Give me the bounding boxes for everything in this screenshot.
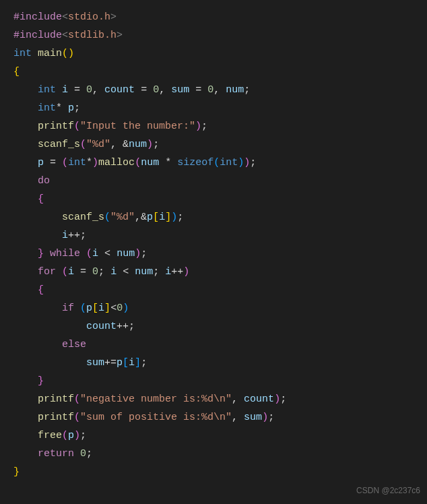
identifier: p — [38, 157, 44, 168]
header-name: stdio.h — [68, 11, 110, 23]
paren-open: ( — [62, 266, 68, 278]
paren-open: ( — [135, 157, 141, 168]
identifier: i — [98, 303, 104, 314]
paren-open: ( — [86, 248, 92, 259]
brace-close: } — [38, 375, 44, 387]
punct: ; — [80, 430, 86, 441]
code-line: int i = 0, count = 0, sum = 0, num; — [13, 81, 427, 99]
paren-close: ) — [68, 48, 74, 59]
identifier: count — [244, 393, 274, 405]
space — [74, 303, 80, 314]
bracket-close: ] — [165, 212, 171, 223]
paren-open: ( — [74, 121, 80, 132]
code-line: for (i = 0; i < num; i++) — [13, 263, 427, 281]
code-line: printf("sum of positive is:%d\n", sum); — [13, 408, 427, 427]
paren-close: ) — [183, 266, 189, 278]
identifier: count — [86, 321, 117, 332]
operator: = — [74, 266, 92, 278]
code-line: int main() — [13, 44, 427, 63]
identifier: num — [141, 157, 159, 168]
number: 0 — [207, 84, 214, 96]
paren-open: ( — [74, 393, 80, 405]
number: 0 — [86, 84, 92, 96]
brace-close: } — [38, 248, 44, 259]
number: 0 — [117, 303, 123, 314]
brace-open: { — [13, 66, 20, 77]
space — [74, 448, 80, 460]
space — [56, 266, 62, 278]
bracket-open: [ — [123, 357, 129, 369]
code-line: return 0; — [13, 445, 427, 463]
punct: , — [92, 84, 104, 96]
punct: ; — [244, 84, 250, 96]
keyword: while — [50, 248, 80, 259]
identifier: i — [159, 212, 165, 223]
space — [80, 248, 86, 259]
punct: ; — [153, 139, 159, 150]
paren-close: ) — [147, 139, 153, 150]
bracket-open: [ — [92, 303, 98, 314]
paren-close: ) — [262, 412, 268, 423]
identifier: p — [86, 303, 92, 314]
function-name: printf — [38, 121, 74, 132]
keyword: return — [38, 448, 74, 460]
function-name: free — [38, 430, 62, 441]
identifier: i — [68, 266, 74, 278]
identifier: sum — [244, 412, 262, 423]
punct: ; — [141, 357, 147, 369]
identifier: i — [92, 248, 98, 259]
brace-close: } — [13, 466, 20, 478]
code-line: else — [13, 336, 427, 354]
paren-close: ) — [244, 157, 250, 168]
keyword: int — [13, 48, 32, 59]
function-name: main — [38, 48, 62, 59]
operator: < — [98, 248, 117, 259]
paren-close: ) — [274, 393, 280, 405]
code-line: count++; — [13, 317, 427, 336]
paren-close: ) — [123, 303, 129, 314]
punct: , — [159, 84, 171, 96]
paren-open: ( — [104, 212, 110, 223]
code-block: #include<stdio.h> #include<stdlib.h> int… — [13, 8, 427, 481]
identifier: p — [147, 212, 153, 223]
operator: ++ — [171, 266, 183, 278]
bracket-close: ] — [135, 357, 141, 369]
identifier: num — [117, 248, 135, 259]
angle-open: < — [62, 11, 68, 23]
identifier: i — [165, 266, 171, 278]
identifier: sum — [171, 84, 189, 96]
paren-open: ( — [80, 303, 86, 314]
punct: , — [135, 212, 141, 223]
punct: ; — [153, 266, 165, 278]
punct: ; — [177, 212, 183, 223]
angle-open: < — [62, 30, 68, 41]
code-line: } — [13, 372, 427, 390]
function-name: printf — [38, 393, 74, 405]
punct: ; — [86, 448, 92, 460]
punct: ; — [201, 121, 207, 132]
code-line: } — [13, 463, 427, 481]
punct: , — [232, 412, 244, 423]
brace-open: { — [38, 193, 44, 205]
paren-close: ) — [238, 157, 244, 168]
number: 0 — [92, 266, 98, 278]
paren-open: ( — [80, 139, 86, 150]
keyword: else — [62, 339, 86, 350]
punct: ; — [250, 157, 256, 168]
keyword: int — [38, 102, 56, 114]
operator: = — [44, 157, 62, 168]
number: 0 — [80, 448, 86, 460]
operator: = — [68, 84, 86, 96]
operator: * — [56, 102, 68, 114]
preprocessor: #include — [13, 11, 62, 23]
code-line: scanf_s("%d", &num); — [13, 135, 427, 154]
identifier: count — [104, 84, 135, 96]
string: "negative number is:%d\n" — [80, 393, 232, 405]
code-line: printf("negative number is:%d\n", count)… — [13, 390, 427, 408]
code-line: p = (int*)malloc(num * sizeof(int)); — [13, 154, 427, 172]
paren-open: ( — [214, 157, 220, 168]
code-line: do — [13, 172, 427, 190]
number: 0 — [153, 84, 159, 96]
keyword: int — [220, 157, 238, 168]
identifier: p — [117, 357, 123, 369]
